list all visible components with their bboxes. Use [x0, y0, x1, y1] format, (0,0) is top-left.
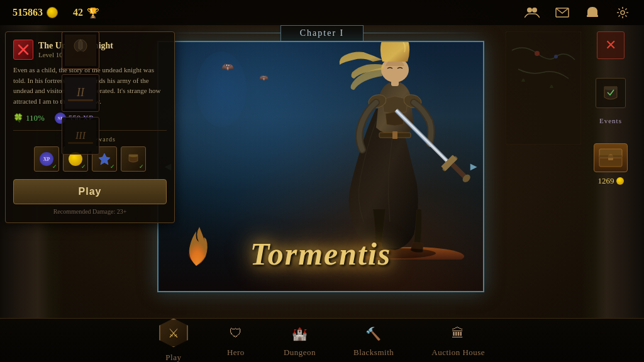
quest-icon — [13, 40, 33, 60]
bat-1: 🦇 — [221, 61, 234, 73]
reward-item-2-icon — [126, 152, 140, 166]
blacksmith-nav-icon: 🔨 — [364, 324, 384, 344]
warrior-svg — [313, 41, 477, 260]
reward-gold-check: ✓ — [81, 163, 86, 170]
helmet-icon[interactable] — [584, 4, 601, 21]
svg-rect-27 — [68, 142, 93, 144]
close-icon: ✕ — [605, 37, 616, 53]
events-label: Events — [599, 117, 622, 124]
chest-icon[interactable] — [594, 143, 628, 172]
clover-icon: 🍀 — [13, 113, 23, 123]
svg-rect-31 — [599, 155, 622, 158]
svg-text:II: II — [76, 86, 85, 99]
nav-play-label: Play — [165, 353, 181, 363]
level-thumb-2[interactable]: II — [62, 74, 99, 112]
svg-point-33 — [535, 51, 540, 56]
recommended-damage: Recommended Damage: 23+ — [13, 208, 167, 215]
luck-stat: 🍀 110% — [13, 113, 45, 123]
level-thumb-3[interactable]: III — [62, 117, 99, 155]
svg-rect-18 — [392, 131, 397, 139]
luck-value: 110% — [26, 113, 45, 123]
mail-icon[interactable] — [553, 4, 571, 21]
reward-xp-check: ✓ — [52, 163, 57, 170]
auction-nav-icon: 🏛 — [448, 324, 469, 344]
chest-section: 1269 — [594, 143, 628, 186]
play-quest-button[interactable]: Play — [13, 179, 167, 204]
nav-item-dungeon[interactable]: 🏰 Dungeon — [265, 319, 335, 363]
hero-nav-icon: 🛡 — [226, 324, 246, 344]
nav-dungeon-label: Dungeon — [284, 348, 316, 358]
reward-item-1-check: ✓ — [110, 163, 115, 170]
level-thumbnails: II III — [62, 31, 99, 155]
svg-point-0 — [527, 8, 532, 13]
gold-coin-icon — [47, 7, 58, 18]
chest-count: 1269 — [598, 176, 624, 186]
nav-item-blacksmith[interactable]: 🔨 Blacksmith — [335, 319, 413, 363]
nav-blacksmith-label: Blacksmith — [353, 348, 394, 358]
nav-item-play[interactable]: ⚔ Play — [140, 314, 207, 363]
settings-icon[interactable] — [614, 4, 631, 21]
bat-2: 🦇 — [259, 74, 269, 83]
reward-item-2: ✓ — [121, 146, 146, 172]
chest-count-value: 1269 — [598, 176, 614, 186]
level-thumb-1[interactable] — [62, 31, 99, 69]
dungeon-nav-icon: 🏰 — [289, 324, 309, 344]
trophy-icon: 🏆 — [87, 7, 99, 19]
events-icon — [601, 84, 620, 102]
chest-coin-icon — [616, 177, 624, 185]
nav-hero-label: Hero — [227, 348, 245, 358]
right-panel: ✕ Events 1269 — [582, 31, 639, 186]
game-image: 🦇 🦇 — [157, 41, 484, 292]
chapter-title-bar: Chapter I — [280, 25, 364, 41]
svg-point-1 — [532, 8, 537, 13]
chapter-label: Chapter I — [300, 28, 344, 38]
nav-item-auction[interactable]: 🏛 Auction House — [413, 319, 504, 363]
reward-item-1-icon — [97, 152, 111, 166]
reward-xp-icon: XP — [40, 152, 53, 166]
reward-xp: XP ✓ — [34, 146, 59, 172]
chapter-frame: Chapter I 🦇 🦇 — [157, 25, 487, 292]
svg-rect-24 — [68, 99, 93, 101]
events-icon-container[interactable] — [596, 78, 626, 108]
topbar: 515863 42 🏆 — [0, 0, 644, 25]
game-title: Tormentis — [250, 236, 392, 272]
topbar-right — [523, 4, 631, 21]
right-map-decoration — [506, 31, 581, 145]
next-chapter-arrow[interactable]: ► — [468, 160, 479, 173]
gold-amount: 515863 — [13, 7, 43, 18]
play-nav-icon: ⚔ — [159, 319, 188, 348]
friends-icon[interactable] — [523, 4, 541, 21]
svg-text:III: III — [75, 130, 86, 141]
bottom-navigation: ⚔ Play 🛡 Hero 🏰 Dungeon 🔨 Blacksmith 🏛 A… — [0, 318, 644, 362]
trophy-currency: 42 🏆 — [73, 7, 99, 19]
gold-currency: 515863 — [13, 7, 58, 18]
nav-auction-label: Auction House — [431, 348, 485, 358]
topbar-left: 515863 42 🏆 — [13, 7, 99, 19]
svg-point-4 — [621, 11, 625, 14]
trophy-amount: 42 — [73, 7, 83, 18]
reward-item-2-check: ✓ — [139, 163, 144, 170]
svg-point-34 — [554, 55, 558, 58]
svg-rect-3 — [587, 15, 598, 17]
nav-item-hero[interactable]: 🛡 Hero — [207, 319, 265, 363]
close-button[interactable]: ✕ — [597, 31, 625, 59]
